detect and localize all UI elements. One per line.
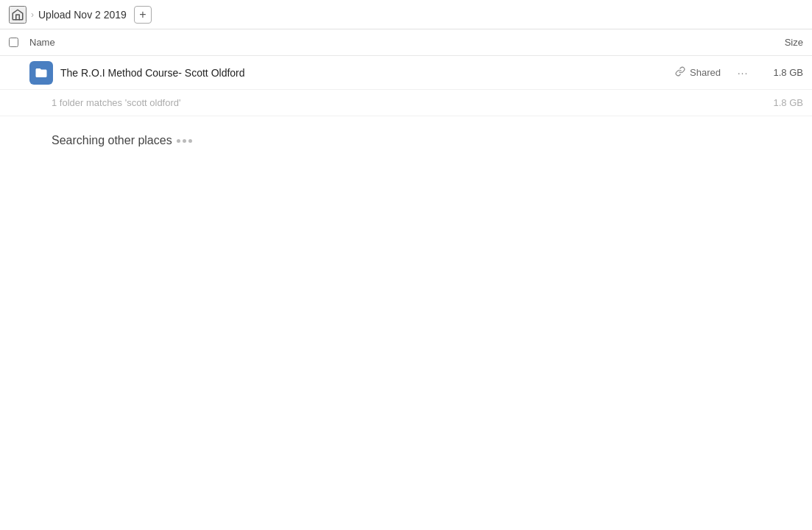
column-name-header: Name bbox=[29, 37, 744, 48]
more-icon: ··· bbox=[738, 67, 749, 79]
file-size-label: 1.8 GB bbox=[759, 67, 803, 78]
file-name-label: The R.O.I Method Course- Scott Oldford bbox=[60, 67, 675, 79]
summary-size: 1.8 GB bbox=[759, 97, 803, 108]
shared-label: Shared bbox=[690, 67, 721, 78]
breadcrumb-separator: › bbox=[31, 10, 34, 20]
file-folder-icon bbox=[29, 61, 53, 85]
select-all-checkbox[interactable] bbox=[9, 38, 18, 47]
add-button[interactable]: + bbox=[134, 6, 152, 24]
summary-text: 1 folder matches 'scott oldford' bbox=[52, 97, 759, 108]
column-header-row: Name Size bbox=[0, 29, 812, 56]
searching-label: Searching other places bbox=[52, 134, 760, 147]
shared-area: Shared bbox=[675, 66, 721, 79]
file-row[interactable]: The R.O.I Method Course- Scott Oldford S… bbox=[0, 56, 812, 90]
column-size-header: Size bbox=[744, 37, 803, 48]
more-options-button[interactable]: ··· bbox=[732, 63, 753, 83]
breadcrumb-label: Upload Nov 2 2019 bbox=[38, 9, 127, 21]
searching-text: Searching other places bbox=[52, 134, 172, 147]
header-checkbox-area bbox=[9, 38, 29, 47]
home-button[interactable] bbox=[9, 6, 27, 24]
searching-section: Searching other places bbox=[0, 116, 812, 156]
summary-row: 1 folder matches 'scott oldford' 1.8 GB bbox=[0, 90, 812, 116]
header-bar: › Upload Nov 2 2019 + bbox=[0, 0, 812, 29]
link-icon bbox=[675, 66, 685, 79]
loading-indicator bbox=[177, 139, 192, 143]
